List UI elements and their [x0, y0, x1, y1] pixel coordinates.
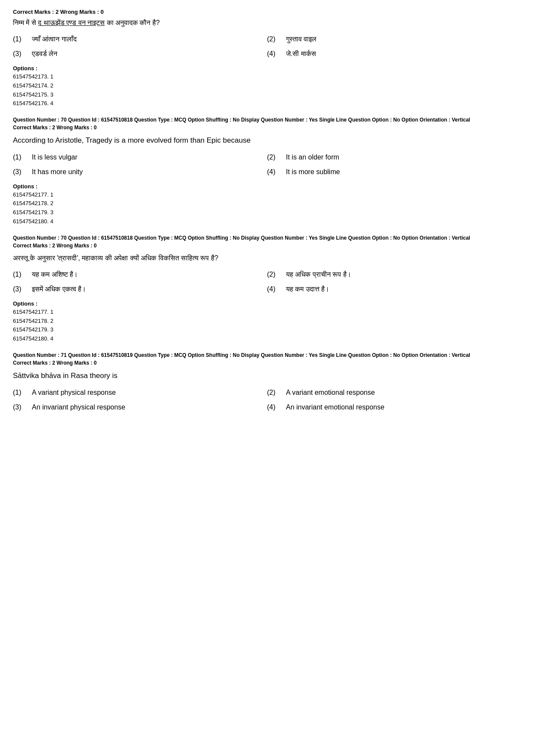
option-num: (4)	[267, 284, 279, 294]
option-num: (3)	[13, 284, 25, 294]
meta-line-q71en: Question Number : 71 Question Id : 61547…	[13, 351, 521, 359]
question-text-q70en: According to Aristotle, Tragedy is a mor…	[13, 135, 521, 146]
option-list-item: 61547542178. 2	[13, 317, 521, 326]
option-text: गुस्ताव वाइल	[286, 34, 317, 44]
option-text: A variant physical response	[32, 387, 116, 398]
option-item: (3) It has more unity	[13, 167, 267, 177]
option-item: (3) एडवर्ड लेन	[13, 49, 267, 59]
option-text: जे.सी मार्कस	[286, 49, 316, 59]
option-item: (4) It is more sublime	[267, 167, 521, 177]
option-item: (1) ज्याँ आंत्वान गालाँद	[13, 34, 267, 44]
option-num: (2)	[267, 269, 279, 280]
option-num: (3)	[13, 167, 25, 177]
meta-line-q70en: Question Number : 70 Question Id : 61547…	[13, 116, 521, 124]
option-num: (2)	[267, 34, 279, 44]
option-num: (1)	[13, 269, 25, 280]
options-label: Options :	[13, 65, 521, 72]
option-item: (1) It is less vulgar	[13, 152, 267, 162]
option-list-item: 61547542179. 3	[13, 325, 521, 334]
option-text: An invariant emotional response	[286, 402, 385, 412]
option-item: (3) An invariant physical response	[13, 402, 267, 412]
option-item: (2) A variant emotional response	[267, 387, 521, 398]
option-num: (1)	[13, 152, 25, 162]
option-num: (2)	[267, 152, 279, 162]
option-item: (4) जे.सी मार्कस	[267, 49, 521, 59]
options-label: Options :	[13, 300, 521, 307]
option-num: (4)	[267, 49, 279, 59]
option-text: It is an older form	[286, 152, 339, 162]
option-text: एडवर्ड लेन	[32, 49, 57, 59]
meta-line-q70hi: Question Number : 70 Question Id : 61547…	[13, 234, 521, 242]
section-q70-english: Question Number : 70 Question Id : 61547…	[13, 116, 521, 226]
option-num: (3)	[13, 402, 25, 412]
top-section: Correct Marks : 2 Wrong Marks : 0 निम्म …	[13, 9, 521, 108]
option-list-item: 61547542175. 3	[13, 91, 521, 100]
option-item: (1) यह कम अशिष्ट है।	[13, 269, 267, 280]
option-text: It is more sublime	[286, 167, 340, 177]
option-text: It has more unity	[32, 167, 83, 177]
option-num: (4)	[267, 167, 279, 177]
option-text: इसमें अधिक एकत्व है।	[32, 284, 86, 294]
option-item: (1) A variant physical response	[13, 387, 267, 398]
option-list-item: 61547542179. 3	[13, 208, 521, 217]
option-list-item: 61547542180. 4	[13, 334, 521, 344]
option-list-item: 61547542177. 1	[13, 308, 521, 317]
option-item: (4) यह कम उदात्त है।	[267, 284, 521, 294]
option-text: A variant emotional response	[286, 387, 375, 398]
question-text-hindi-top: निम्म में से द थाऊझेंड एण्ड वन नाइट्स का…	[13, 18, 521, 28]
option-text: It is less vulgar	[32, 152, 78, 162]
option-num: (3)	[13, 49, 25, 59]
option-text: यह कम अशिष्ट है।	[32, 269, 78, 280]
option-item: (2) गुस्ताव वाइल	[267, 34, 521, 44]
section-q71-english: Question Number : 71 Question Id : 61547…	[13, 351, 521, 412]
question-text-q71en: Sāttvika bhāva in Rasa theory is	[13, 370, 521, 381]
option-list-item: 61547542174. 2	[13, 81, 521, 91]
option-list-item: 61547542178. 2	[13, 199, 521, 208]
options-grid-q70en: (1) It is less vulgar (2) It is an older…	[13, 152, 521, 177]
option-item: (2) It is an older form	[267, 152, 521, 162]
option-text: ज्याँ आंत्वान गालाँद	[32, 34, 77, 44]
option-list-item: 61547542177. 1	[13, 191, 521, 200]
options-grid-q71en: (1) A variant physical response (2) A va…	[13, 387, 521, 412]
marks-line-q71en: Correct Marks : 2 Wrong Marks : 0	[13, 360, 521, 366]
option-text: An invariant physical response	[32, 402, 125, 412]
top-marks: Correct Marks : 2 Wrong Marks : 0	[13, 9, 521, 15]
options-grid-q70hi: (1) यह कम अशिष्ट है। (2) यह अधिक प्राचीन…	[13, 269, 521, 294]
option-item: (3) इसमें अधिक एकत्व है।	[13, 284, 267, 294]
option-list-item: 61547542180. 4	[13, 217, 521, 226]
option-list-item: 61547542176. 4	[13, 99, 521, 108]
options-grid-top: (1) ज्याँ आंत्वान गालाँद (2) गुस्ताव वाइ…	[13, 34, 521, 59]
option-num: (2)	[267, 387, 279, 398]
option-text: यह अधिक प्राचीन रूप है।	[286, 269, 351, 280]
option-num: (1)	[13, 34, 25, 44]
option-item: (4) An invariant emotional response	[267, 402, 521, 412]
marks-line-q70hi: Correct Marks : 2 Wrong Marks : 0	[13, 243, 521, 249]
option-text: यह कम उदात्त है।	[286, 284, 329, 294]
question-text-q70hi: अरस्तू के अनुसार 'त्रासदी', महाकाव्य की …	[13, 253, 521, 263]
options-label: Options :	[13, 183, 521, 190]
marks-line-q70en: Correct Marks : 2 Wrong Marks : 0	[13, 125, 521, 131]
section-q70-hindi: Question Number : 70 Question Id : 61547…	[13, 234, 521, 344]
option-num: (4)	[267, 402, 279, 412]
option-list-item: 61547542173. 1	[13, 72, 521, 81]
option-num: (1)	[13, 387, 25, 398]
option-item: (2) यह अधिक प्राचीन रूप है।	[267, 269, 521, 280]
